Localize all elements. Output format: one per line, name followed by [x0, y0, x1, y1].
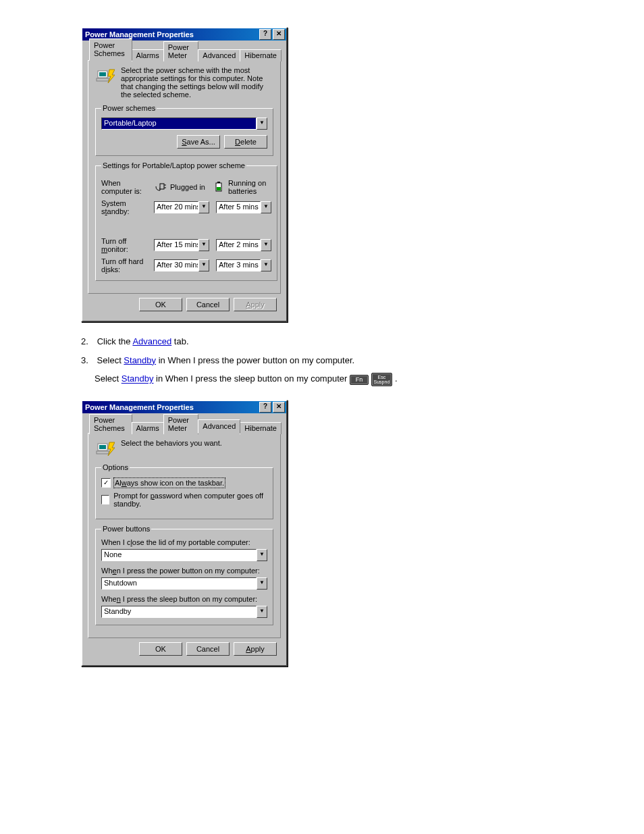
- standby-dc-combo[interactable]: After 5 mins▼: [216, 201, 271, 213]
- power-button-combo[interactable]: Shutdown▼: [101, 577, 267, 590]
- info-text: Select the power scheme with the most ap…: [121, 66, 273, 99]
- tab-alarms[interactable]: Alarms: [132, 422, 164, 434]
- buttons-legend: Power buttons: [101, 525, 151, 533]
- chevron-down-icon[interactable]: ▼: [257, 118, 267, 130]
- tab-alarms[interactable]: Alarms: [132, 49, 164, 61]
- hdd-label: Turn off hard disks:: [101, 257, 151, 273]
- prompt-password-checkbox[interactable]: [101, 495, 109, 504]
- tab-power-meter[interactable]: Power Meter: [163, 414, 199, 434]
- hdd-ac-combo[interactable]: After 30 mins▼: [154, 259, 209, 271]
- hdd-dc-combo[interactable]: After 3 mins▼: [216, 259, 271, 271]
- apply-button[interactable]: Apply: [234, 298, 277, 311]
- svg-rect-11: [97, 451, 109, 454]
- options-legend: Options: [101, 463, 130, 471]
- titlebar[interactable]: Power Management Properties ? ✕: [82, 401, 286, 413]
- delete-button[interactable]: Delete: [224, 135, 267, 149]
- plugged-label: Plugged in: [170, 183, 209, 191]
- tab-power-schemes[interactable]: Power Schemes: [89, 38, 132, 61]
- settings-legend: Settings for Portable/Laptop power schem…: [101, 161, 246, 170]
- standby-link-2[interactable]: Standby: [122, 374, 154, 384]
- chevron-down-icon[interactable]: ▼: [257, 577, 267, 590]
- chevron-down-icon[interactable]: ▼: [257, 606, 267, 618]
- tab-advanced[interactable]: Advanced: [198, 49, 240, 61]
- pwr-label: When I press the power button on my comp…: [101, 567, 267, 575]
- lid-combo[interactable]: None▼: [101, 549, 267, 561]
- info-text: Select the behaviors you want.: [121, 439, 273, 447]
- tab-hibernate[interactable]: Hibernate: [240, 422, 281, 434]
- ok-button[interactable]: OK: [139, 298, 182, 311]
- lid-label: When I close the lid of my portable comp…: [101, 538, 267, 546]
- tab-advanced[interactable]: Advanced: [198, 419, 240, 434]
- tab-strip: Power Schemes Alarms Power Meter Advance…: [88, 421, 281, 434]
- sleep-label: When I press the sleep button on my comp…: [101, 595, 267, 603]
- advanced-link[interactable]: Advanced: [132, 336, 171, 346]
- monitor-label: Turn off monitor:: [101, 237, 151, 253]
- window-title: Power Management Properties: [84, 403, 258, 411]
- help-button[interactable]: ?: [259, 402, 271, 413]
- svg-rect-1: [99, 72, 106, 76]
- svg-rect-10: [99, 445, 106, 449]
- always-show-icon-label: Always show icon on the taskbar.: [115, 479, 224, 487]
- step-2: 2. 2. Click the Click the Advanced tab.: [81, 336, 563, 348]
- monitor-dc-combo[interactable]: After 2 mins▼: [216, 239, 271, 251]
- chevron-down-icon[interactable]: ▼: [198, 259, 209, 271]
- when-label: When computer is:: [101, 179, 151, 195]
- chevron-down-icon[interactable]: ▼: [257, 549, 267, 561]
- fn-key-icon: Fn: [350, 375, 369, 385]
- svg-rect-3: [160, 184, 164, 189]
- svg-rect-2: [97, 78, 109, 81]
- power-icon: [95, 66, 115, 85]
- chevron-down-icon[interactable]: ▼: [198, 239, 209, 251]
- close-button[interactable]: ✕: [273, 29, 285, 40]
- always-show-icon-checkbox[interactable]: ✓: [101, 478, 111, 488]
- power-schemes-group: Power schemes Portable/Laptop ▼ Save As.…: [95, 104, 273, 156]
- chevron-down-icon[interactable]: ▼: [261, 239, 271, 251]
- cancel-button[interactable]: Cancel: [186, 298, 230, 311]
- scheme-combo[interactable]: Portable/Laptop ▼: [101, 118, 267, 130]
- power-icon: [95, 439, 115, 458]
- svg-rect-8: [217, 187, 221, 190]
- window-title: Power Management Properties: [84, 30, 258, 38]
- cancel-button[interactable]: Cancel: [186, 642, 230, 656]
- step-3b: Select Standby in When I press the sleep…: [81, 373, 563, 386]
- tab-power-schemes[interactable]: Power Schemes: [89, 414, 132, 434]
- battery-icon: [212, 181, 225, 193]
- prompt-password-label: Prompt for password when computer goes o…: [113, 492, 267, 508]
- standby-link-1[interactable]: Standby: [124, 355, 156, 365]
- svg-rect-7: [217, 182, 220, 183]
- standby-ac-combo[interactable]: After 20 mins▼: [154, 201, 209, 213]
- power-mgmt-dialog-schemes: Power Management Properties ? ✕ Power Sc…: [81, 27, 288, 322]
- power-mgmt-dialog-advanced: Power Management Properties ? ✕ Power Sc…: [81, 400, 288, 667]
- save-as-button[interactable]: Save As...: [177, 135, 220, 149]
- esc-key-icon: EscSuspnd: [371, 373, 393, 386]
- monitor-ac-combo[interactable]: After 15 mins▼: [154, 239, 209, 251]
- battery-label: Running on batteries: [228, 179, 271, 195]
- plug-icon: [154, 181, 167, 193]
- apply-button[interactable]: Apply: [234, 642, 277, 656]
- chevron-down-icon[interactable]: ▼: [261, 259, 271, 271]
- group-legend: Power schemes: [101, 104, 157, 112]
- tab-hibernate[interactable]: Hibernate: [240, 49, 281, 61]
- standby-label: System standby:: [101, 199, 151, 215]
- close-button[interactable]: ✕: [273, 402, 285, 413]
- chevron-down-icon[interactable]: ▼: [198, 201, 209, 213]
- chevron-down-icon[interactable]: ▼: [261, 201, 271, 213]
- tab-power-meter[interactable]: Power Meter: [163, 41, 199, 61]
- scheme-value: Portable/Laptop: [101, 118, 257, 130]
- settings-group: Settings for Portable/Laptop power schem…: [95, 161, 277, 281]
- tab-strip: Power Schemes Alarms Power Meter Advance…: [88, 48, 281, 61]
- help-button[interactable]: ?: [259, 29, 271, 40]
- ok-button[interactable]: OK: [139, 642, 182, 656]
- sleep-button-combo[interactable]: Standby▼: [101, 606, 267, 618]
- step-3: 3. Select Standby in When I press the po…: [81, 355, 563, 367]
- options-group: Options ✓ Always show icon on the taskba…: [95, 463, 273, 519]
- power-buttons-group: Power buttons When I close the lid of my…: [95, 525, 273, 625]
